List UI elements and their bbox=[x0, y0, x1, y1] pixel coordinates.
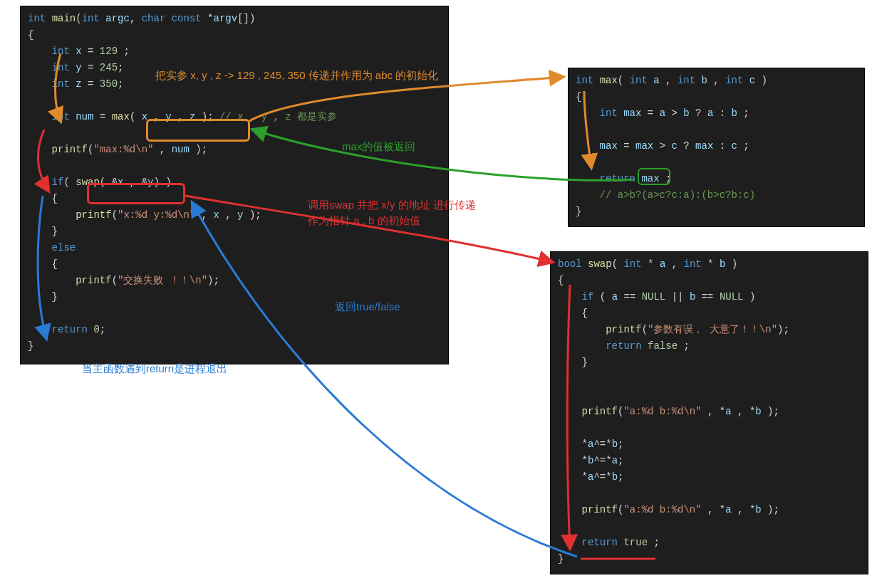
max-l2: max = max > c ? max : c ; bbox=[576, 138, 857, 154]
code-block-swap: bool swap( int * a , int * b ) { if ( a … bbox=[550, 251, 868, 574]
max-comment: // a>b?(a>c?c:a):(b>c?b:c) bbox=[576, 187, 857, 204]
annotation-green: max的值被返回 bbox=[342, 139, 415, 154]
max-signature: int max( int a , int b , int c ) bbox=[576, 73, 857, 89]
swap-printf-1: printf("a:%d b:%d\n" , *a , *b ); bbox=[558, 404, 861, 420]
annotation-orange: 把实参 x, y , z -> 129 , 245, 350 传递并作用为 ab… bbox=[155, 68, 561, 83]
max-l1: int max = a > b ? a : b ; bbox=[576, 105, 857, 122]
printf-fail-line: printf("交换失败 ！！\n"); bbox=[28, 273, 441, 289]
annotation-blue-return: 返回true/false bbox=[335, 299, 400, 315]
swap-xor-2: *b^=*a; bbox=[558, 453, 861, 469]
annotation-blue-exit: 当主函数遇到return是进程退出 bbox=[82, 361, 227, 377]
main-signature: int main(int argc, char const *argv[]) bbox=[28, 11, 441, 27]
swap-err-printf: printf("参数有误， 大意了！！\n"); bbox=[558, 322, 861, 338]
return-0-line: return 0; bbox=[28, 322, 441, 338]
swap-xor-3: *a^=*b; bbox=[558, 469, 861, 485]
swap-printf-2: printf("a:%d b:%d\n" , *a , *b ); bbox=[558, 502, 861, 518]
decl-x: int x = 129 ; bbox=[28, 43, 441, 60]
swap-xor-1: *a^=*b; bbox=[558, 436, 861, 453]
swap-return-false: return false ; bbox=[558, 338, 861, 355]
code-block-max: int max( int a , int b , int c ) { int m… bbox=[568, 68, 865, 227]
annotation-red: 调用swap 并把 x/y 的地址 进行传递 作为指针 a , b 的初始值 bbox=[308, 197, 536, 229]
else-line: else bbox=[28, 240, 441, 256]
highlight-return-max bbox=[638, 168, 670, 185]
highlight-max-call bbox=[146, 119, 250, 142]
swap-signature: bool swap( int * a , int * b ) bbox=[558, 256, 861, 273]
swap-if-line: if ( a == NULL || b == NULL ) bbox=[558, 289, 861, 305]
swap-return-true: return true ; bbox=[558, 535, 861, 551]
highlight-swap-call bbox=[87, 183, 185, 204]
max-return: return max ; bbox=[576, 171, 857, 187]
